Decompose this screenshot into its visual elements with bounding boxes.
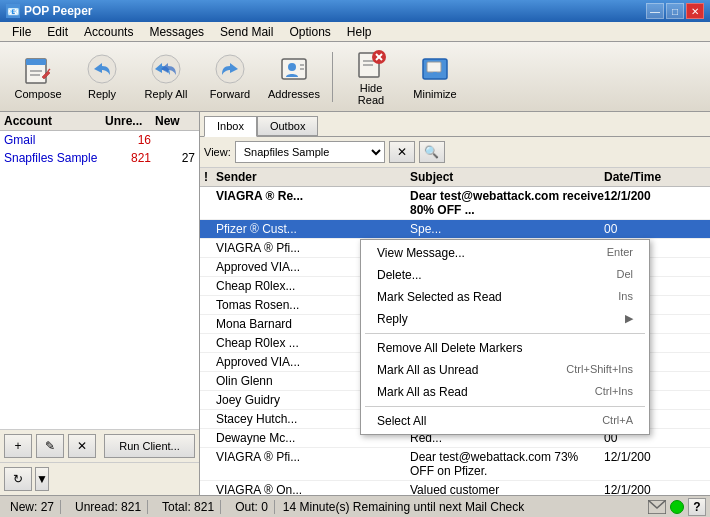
- view-filter-button[interactable]: ✕: [389, 141, 415, 163]
- reply-icon: [86, 53, 118, 85]
- email-date: 12/1/200: [604, 189, 694, 217]
- email-row[interactable]: Pfizer ® Cust... Spe... 00: [200, 220, 710, 239]
- reply-all-label: Reply All: [145, 88, 188, 100]
- account-unread-snapfiles: 821: [105, 151, 155, 165]
- email-flag: [204, 260, 216, 274]
- ctx-view-message[interactable]: View Message... Enter: [361, 242, 649, 264]
- email-flag: [204, 483, 216, 495]
- menu-file[interactable]: File: [4, 23, 39, 41]
- reply-all-icon: [150, 53, 182, 85]
- menu-messages[interactable]: Messages: [141, 23, 212, 41]
- account-name-snapfiles: Snapfiles Sample: [4, 151, 105, 165]
- ctx-remove-delete-markers-label: Remove All Delete Markers: [377, 341, 522, 355]
- date-col-header: Date/Time: [604, 170, 694, 184]
- email-flag: [204, 298, 216, 312]
- ctx-mark-all-read[interactable]: Mark All as Read Ctrl+Ins: [361, 381, 649, 403]
- new-col-header: New: [155, 114, 195, 128]
- ctx-mark-selected-read[interactable]: Mark Selected as Read Ins: [361, 286, 649, 308]
- email-flag: [204, 189, 216, 217]
- unread-count-status: Unread: 821: [69, 500, 148, 514]
- ctx-delete-shortcut: Del: [616, 268, 633, 282]
- email-row[interactable]: VIAGRA ® Pfi... Dear test@webattack.com …: [200, 448, 710, 481]
- account-row-gmail[interactable]: Gmail 16: [0, 131, 199, 149]
- toolbar: Compose Reply Reply All Forward Addresse…: [0, 42, 710, 112]
- addresses-label: Addresses: [268, 88, 320, 100]
- run-client-button[interactable]: Run Client...: [104, 434, 195, 458]
- email-date: 00: [604, 222, 694, 236]
- account-unread-gmail: 16: [105, 133, 155, 147]
- out-count-status: Out: 0: [229, 500, 275, 514]
- ctx-delete[interactable]: Delete... Del: [361, 264, 649, 286]
- ctx-remove-delete-markers[interactable]: Remove All Delete Markers: [361, 337, 649, 359]
- total-count-status: Total: 821: [156, 500, 221, 514]
- ctx-delete-label: Delete...: [377, 268, 422, 282]
- help-status-icon[interactable]: ?: [688, 498, 706, 516]
- minimize-window-button[interactable]: —: [646, 3, 664, 19]
- account-row-snapfiles[interactable]: Snapfiles Sample 821 27: [0, 149, 199, 167]
- email-flag: [204, 431, 216, 445]
- forward-button[interactable]: Forward: [200, 48, 260, 106]
- ctx-select-all[interactable]: Select All Ctrl+A: [361, 410, 649, 432]
- maximize-window-button[interactable]: □: [666, 3, 684, 19]
- email-sender: VIAGRA ® Re...: [216, 189, 410, 217]
- email-flag: [204, 450, 216, 478]
- email-row[interactable]: VIAGRA ® On... Valued customer test@weba…: [200, 481, 710, 495]
- email-date: 12/1/200: [604, 483, 694, 495]
- reply-label: Reply: [88, 88, 116, 100]
- email-flag: [204, 317, 216, 331]
- tab-inbox[interactable]: Inbox: [204, 116, 257, 137]
- email-list[interactable]: VIAGRA ® Re... Dear test@webattack.com r…: [200, 187, 710, 495]
- flag-col-header: !: [204, 170, 216, 184]
- unread-col-header: Unre...: [105, 114, 155, 128]
- ctx-select-all-shortcut: Ctrl+A: [602, 414, 633, 428]
- email-date: 12/1/200: [604, 450, 694, 478]
- email-sender: VIAGRA ® On...: [216, 483, 410, 495]
- refresh-dropdown-button[interactable]: ▼: [35, 467, 49, 491]
- menu-accounts[interactable]: Accounts: [76, 23, 141, 41]
- delete-account-button[interactable]: ✕: [68, 434, 96, 458]
- connection-status-indicator: [670, 500, 684, 514]
- view-label: View:: [204, 146, 231, 158]
- hide-read-button[interactable]: Hide Read: [341, 48, 401, 106]
- edit-account-button[interactable]: ✎: [36, 434, 64, 458]
- email-panel: Inbox Outbox View: Snapfiles Sample ✕ 🔍 …: [200, 112, 710, 495]
- menu-help[interactable]: Help: [339, 23, 380, 41]
- refresh-row: ↻ ▼: [0, 462, 199, 495]
- view-select[interactable]: Snapfiles Sample: [235, 141, 385, 163]
- ctx-select-all-label: Select All: [377, 414, 426, 428]
- ctx-mark-selected-read-shortcut: Ins: [618, 290, 633, 304]
- accounts-panel: Account Unre... New Gmail 16 Snapfiles S…: [0, 112, 200, 495]
- addresses-button[interactable]: Addresses: [264, 48, 324, 106]
- close-window-button[interactable]: ✕: [686, 3, 704, 19]
- new-count-status: New: 27: [4, 500, 61, 514]
- minimize-button[interactable]: Minimize: [405, 48, 465, 106]
- add-account-button[interactable]: +: [4, 434, 32, 458]
- refresh-button[interactable]: ↻: [4, 467, 32, 491]
- compose-icon: [22, 53, 54, 85]
- email-flag: [204, 374, 216, 388]
- svg-line-4: [48, 69, 50, 71]
- ctx-mark-all-unread-label: Mark All as Unread: [377, 363, 478, 377]
- ctx-mark-all-read-shortcut: Ctrl+Ins: [595, 385, 633, 399]
- email-sender: VIAGRA ® Pfi...: [216, 450, 410, 478]
- reply-button[interactable]: Reply: [72, 48, 132, 106]
- ctx-mark-all-unread-shortcut: Ctrl+Shift+Ins: [566, 363, 633, 377]
- menu-options[interactable]: Options: [281, 23, 338, 41]
- ctx-reply[interactable]: Reply ▶: [361, 308, 649, 330]
- reply-all-button[interactable]: Reply All: [136, 48, 196, 106]
- tab-outbox[interactable]: Outbox: [257, 116, 318, 136]
- email-flag: [204, 241, 216, 255]
- ctx-mark-all-unread[interactable]: Mark All as Unread Ctrl+Shift+Ins: [361, 359, 649, 381]
- view-search-button[interactable]: 🔍: [419, 141, 445, 163]
- menu-send-mail[interactable]: Send Mail: [212, 23, 281, 41]
- svg-rect-1: [26, 59, 46, 65]
- tabs-row: Inbox Outbox: [200, 112, 710, 137]
- ctx-separator-2: [365, 406, 645, 407]
- envelope-status-icon[interactable]: [648, 498, 666, 516]
- timer-status: 14 Minute(s) Remaining until next Mail C…: [283, 500, 524, 514]
- svg-point-9: [288, 63, 296, 71]
- email-row[interactable]: VIAGRA ® Re... Dear test@webattack.com r…: [200, 187, 710, 220]
- menu-edit[interactable]: Edit: [39, 23, 76, 41]
- compose-button[interactable]: Compose: [8, 48, 68, 106]
- ctx-mark-all-read-label: Mark All as Read: [377, 385, 468, 399]
